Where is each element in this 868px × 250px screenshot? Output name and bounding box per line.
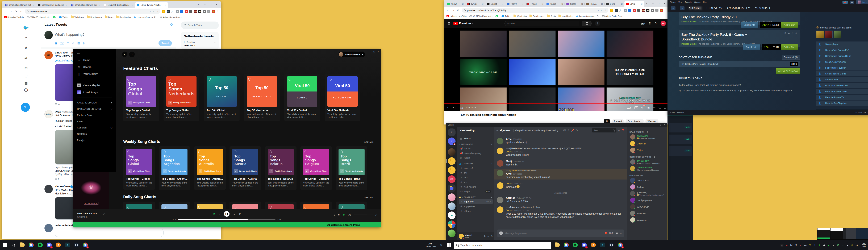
member-row[interactable]: Joost♛ [629, 140, 666, 147]
spotify-chart-card[interactable] [300, 201, 332, 209]
theater-icon[interactable]: ▭ [653, 106, 655, 109]
tray-icon-0[interactable]: EPIC [780, 244, 783, 247]
message-author[interactable]: Joost [506, 150, 513, 153]
extension-icon[interactable]: ◉ [203, 10, 206, 13]
home-icon[interactable]: ⌂ [22, 34, 31, 41]
friend-avatar[interactable] [825, 31, 833, 38]
youtube-search-button[interactable] [582, 21, 592, 26]
message-author[interactable]: Joost [506, 209, 513, 212]
apps-grid-icon[interactable]: ⣿ [649, 22, 651, 25]
maximize-button[interactable]: □ [656, 2, 661, 5]
spotify-chart-card[interactable] [265, 201, 297, 209]
discord-channel[interactable]: 📣 panel-changelog [459, 151, 493, 155]
tray-icon-14[interactable]: ◉ [846, 244, 849, 247]
extension-icon[interactable]: 1 [628, 9, 631, 12]
discord-channel[interactable]: ▦ Events [459, 136, 493, 140]
endscreen-thumbnail[interactable]: XBOX SHOWCASE [460, 59, 506, 86]
add-to-cart-button[interactable]: Add to Cart [781, 22, 798, 28]
tray-icon-6[interactable]: ⛨ [809, 244, 812, 247]
compose-tweet-fab[interactable]: ✎ [21, 103, 30, 112]
forward-icon[interactable]: → [9, 10, 12, 13]
message-author[interactable]: Marijn [506, 160, 513, 163]
see-all-weekly[interactable]: SEE ALL [364, 141, 374, 143]
endscreen-thumbnail[interactable] [558, 31, 604, 57]
extension-icon[interactable]: ◔ [189, 10, 192, 13]
tweet-composer[interactable]: What's happening? [41, 30, 176, 42]
announcements-icon[interactable]: 📣 [842, 1, 848, 4]
member-row[interactable]: 100T Yanal [629, 177, 666, 184]
share-icon[interactable]: ⇗ [601, 9, 602, 12]
taskbar-app-steam[interactable] [607, 240, 616, 250]
steam-nav-yoonst[interactable]: YOONST [755, 6, 771, 10]
reply-action[interactable]: 🗨 7 [55, 178, 59, 181]
discord-channel[interactable]: # web-hosting [459, 185, 493, 189]
server-kaashosting[interactable] [448, 157, 456, 165]
volume-slider[interactable] [353, 215, 373, 215]
headphones-icon[interactable]: ∩ [487, 235, 489, 238]
spotify-liked-songs[interactable]: ♥Liked Songs [77, 89, 116, 96]
extension-icon[interactable]: ⚲ [655, 9, 658, 12]
taskbar-app-file-explorer[interactable] [553, 240, 562, 250]
extension-icon[interactable]: 🦜 [212, 10, 215, 13]
server-yoshi[interactable] [448, 229, 456, 237]
browse-all-button[interactable]: Browse all (1) [782, 55, 800, 60]
explore-icon[interactable]: # [22, 44, 31, 52]
gif-picker-icon[interactable]: GIF [609, 232, 614, 235]
server-yt[interactable]: ▶ [448, 220, 456, 228]
create-icon[interactable]: ▣⁺ [641, 22, 646, 25]
steam-feature-row[interactable]: 👤 Remote Play on Tablet [816, 89, 868, 94]
endscreen-thumbnail[interactable] [460, 31, 506, 57]
bookmark-item[interactable]: Webdesign [71, 16, 84, 19]
spotify-chart-card[interactable]: Viral 50GLOBAL Viral 50 - Global Your da… [284, 73, 320, 121]
spotify-chart-card[interactable]: Viral 50NETHERLANDS Viral 50 - Netherla.… [324, 73, 361, 121]
spotify-nav-item[interactable]: ⌂ Home [77, 57, 116, 64]
youtube-search-input[interactable]: Search [504, 21, 579, 26]
invite-icon[interactable]: ⚇⁺ [487, 201, 489, 202]
tweet-author[interactable]: Oryx [55, 110, 61, 113]
fullscreen-icon[interactable]: ⤢ [375, 214, 377, 216]
profile-icon[interactable]: ◯ [22, 86, 31, 93]
tweet-author[interactable]: Osinttechnical [55, 224, 73, 227]
more-icon[interactable]: ⋯ [22, 93, 31, 100]
steam-feature-row[interactable]: 👤 Remote Play Together [816, 100, 868, 106]
spotify-playlist-item[interactable]: HABLANDO ESPAÑOL ⚇ [77, 106, 116, 112]
extension-icon[interactable]: 🦜 [660, 9, 663, 12]
tab-close-icon[interactable]: ✕ [132, 4, 133, 6]
tab-close-icon[interactable]: ✕ [581, 3, 583, 5]
tab-close-icon[interactable]: ✕ [502, 3, 504, 5]
notifications-icon[interactable]: 🕭 [567, 129, 570, 132]
bookmark-item[interactable]: KaasHosting [558, 15, 573, 18]
spotify-playlist-item[interactable]: ANDERE DINGEN ▸ [77, 99, 116, 106]
user-avatar[interactable] [459, 234, 464, 239]
reply-action[interactable]: 🗨 13 [55, 103, 60, 106]
discord-channel[interactable]: # minecraft [459, 166, 493, 170]
extension-icon[interactable]: ▣ [646, 9, 649, 12]
notifications-icon[interactable]: 🕭 [654, 22, 657, 25]
steam-nav-store[interactable]: STORE [689, 6, 702, 10]
spotify-chart-card[interactable] [336, 201, 367, 209]
queue-icon[interactable]: ≣ [338, 214, 340, 216]
tray-icon-8[interactable]: ᛉ [818, 244, 821, 247]
taskbar-app-chrome[interactable] [562, 240, 571, 250]
voice-search-icon[interactable]: 𝄆 [595, 21, 600, 26]
steam-user-menu[interactable]: Yoonst ▾ [856, 0, 868, 4]
member-row[interactable]: 3rdup [629, 184, 666, 190]
extension-icon[interactable]: R [176, 10, 179, 13]
browser-tab[interactable]: The Ja ✕ [585, 1, 604, 7]
server-wolf[interactable] [448, 202, 456, 210]
bookmark-item[interactable]: KaasHosting [116, 16, 131, 19]
back-icon[interactable]: ← [446, 9, 450, 12]
nav-forward-icon[interactable]: › [129, 52, 135, 57]
browser-tab[interactable]: Party ( ✕ [505, 1, 525, 7]
server-header[interactable]: KaasHosting⌄ [457, 127, 494, 134]
bookmarks-icon[interactable]: ⛉ [22, 73, 31, 80]
compose-placeholder[interactable]: What's happening? [55, 31, 85, 39]
tray-icon-7[interactable]: 1 [813, 244, 816, 247]
steam-menu-steam[interactable]: Steam [670, 1, 676, 3]
tab-close-icon[interactable]: ✕ [641, 3, 643, 5]
home-icon[interactable]: ⌂ [20, 10, 23, 13]
menu-kebab-icon[interactable]: ⋮ [665, 9, 667, 12]
steam-menu-games[interactable]: Games [694, 1, 700, 3]
taskbar-app-e-app[interactable] [589, 240, 598, 250]
discord-message[interactable]: @Joost Gaan we naar kijken! Arne06/06/20… [494, 169, 627, 180]
